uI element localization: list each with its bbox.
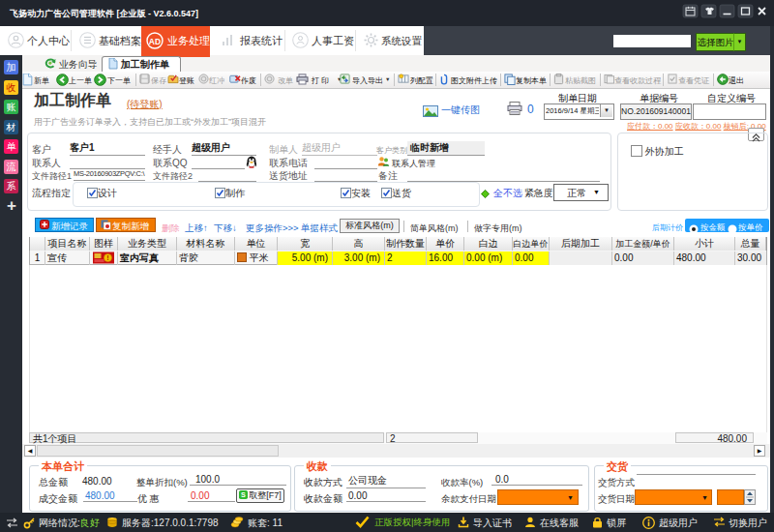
svg-text:S: S [241,490,246,499]
svg-text:AD: AD [149,37,161,46]
svg-text:!: ! [106,253,109,262]
